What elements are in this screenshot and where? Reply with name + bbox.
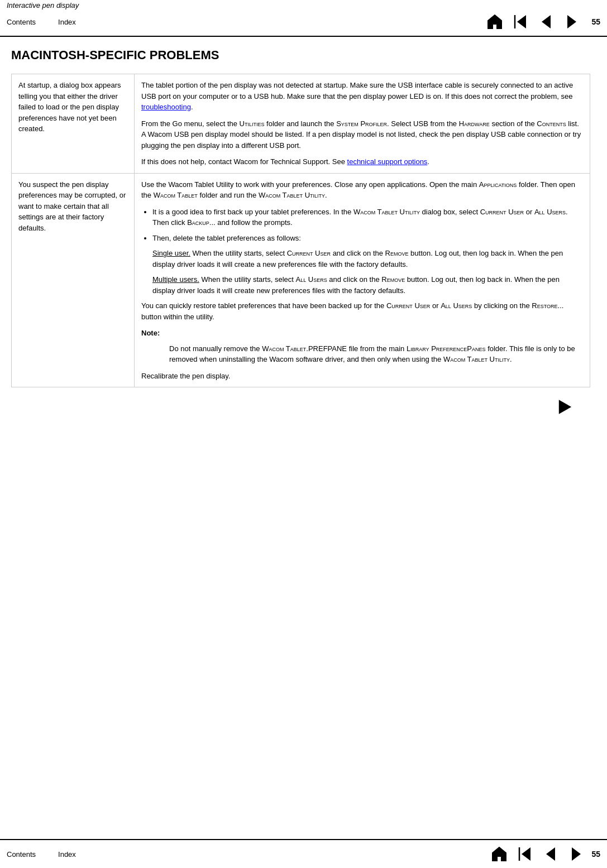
bottom-index-link[interactable]: Index: [58, 850, 76, 859]
home-button[interactable]: [484, 11, 505, 32]
bottom-navigation-bar: Contents Index: [0, 839, 607, 868]
svg-marker-3: [522, 847, 530, 861]
page-heading: MACINTOSH-SPECIFIC PROBLEMS: [11, 48, 590, 65]
problem-text-1: At startup, a dialog box appears telling…: [18, 81, 121, 133]
top-index-link[interactable]: Index: [58, 18, 76, 26]
svg-marker-5: [572, 847, 581, 861]
next-arrow-box: [11, 387, 590, 426]
table-row: At startup, a dialog box appears telling…: [12, 74, 590, 174]
bottom-next-page-button[interactable]: [566, 843, 587, 865]
bottom-nav-icons: 55: [489, 843, 600, 865]
svg-marker-4: [546, 847, 555, 861]
table-row: You suspect the pen display preferences …: [12, 173, 590, 387]
bottom-first-page-button[interactable]: [514, 843, 536, 865]
restore-text: You can quickly restore tablet preferenc…: [141, 301, 563, 321]
next-page-button[interactable]: [561, 11, 582, 32]
bullet-item-1: It is a good idea to first back up your …: [152, 207, 583, 228]
problem-cell-1: At startup, a dialog box appears telling…: [12, 74, 135, 174]
problem-cell-2: You suspect the pen display preferences …: [12, 173, 135, 387]
recalibrate-para: Recalibrate the pen display.: [141, 371, 583, 382]
troubleshooting-link[interactable]: troubleshooting: [141, 103, 191, 111]
bottom-contents-link[interactable]: Contents: [7, 850, 36, 859]
solution-para-3: If this does not help, contact Wacom for…: [141, 156, 583, 167]
solution-text-3a: If this does not help, contact Wacom for…: [141, 157, 347, 166]
solution-row2-p1: Use the Wacom Tablet Utility to work wit…: [141, 179, 583, 201]
solution-para-2: From the Go menu, select the Utilities f…: [141, 118, 583, 151]
problem-text-2: You suspect the pen display preferences …: [18, 180, 126, 232]
multiple-users-section: Multiple users. When the utility starts,…: [152, 274, 583, 296]
prev-page-button[interactable]: [536, 11, 557, 32]
solution-para-1: The tablet portion of the pen display wa…: [141, 80, 583, 113]
single-user-section: Single user. When the utility starts, se…: [152, 248, 583, 270]
main-content: MACINTOSH-SPECIFIC PROBLEMS At startup, …: [0, 37, 607, 438]
technical-support-link[interactable]: technical support options: [347, 157, 428, 166]
solution-row2-text1: Use the Wacom Tablet Utility to work wit…: [141, 180, 575, 200]
top-contents-link[interactable]: Contents: [7, 18, 36, 26]
bottom-page-number: 55: [591, 850, 600, 859]
note-text: Do not manually remove the Wacom Tablet.…: [169, 343, 583, 365]
solution-text-1a: The tablet portion of the pen display wa…: [141, 81, 573, 100]
solution-text-3b: .: [427, 157, 429, 166]
bullet-text-1: It is a good idea to first back up your …: [152, 208, 568, 227]
top-nav-left: Contents Index: [7, 18, 76, 26]
solution-bullets: It is a good idea to first back up your …: [152, 207, 583, 296]
solution-text-1b: .: [191, 103, 193, 111]
solution-cell-1: The tablet portion of the pen display wa…: [135, 74, 590, 174]
first-page-button[interactable]: [510, 11, 531, 32]
svg-marker-1: [559, 400, 571, 414]
multiple-users-label: Multiple users.: [152, 275, 199, 284]
note-label: Note:: [141, 329, 160, 337]
bullet-item-2: Then, delete the tablet preferences as f…: [152, 233, 583, 296]
app-title: Interactive pen display: [7, 1, 79, 9]
multiple-users-text: When the utility starts, select All User…: [152, 275, 560, 295]
solution-text-2: From the Go menu, select the Utilities f…: [141, 119, 581, 150]
bottom-home-button[interactable]: [489, 843, 510, 865]
bottom-prev-page-button[interactable]: [540, 843, 561, 865]
bullet-text-2-intro: Then, delete the tablet preferences as f…: [152, 234, 301, 242]
top-navigation-bar: Interactive pen display Contents Index: [0, 0, 607, 37]
problems-table: At startup, a dialog box appears telling…: [11, 74, 590, 387]
top-nav-icons: 55: [484, 11, 600, 32]
single-user-label: Single user.: [152, 249, 190, 257]
single-user-text: When the utility starts, select Current …: [152, 249, 563, 268]
bottom-nav-left: Contents Index: [7, 850, 76, 859]
top-page-number: 55: [591, 17, 600, 26]
next-arrow-button[interactable]: [551, 393, 579, 421]
restore-para: You can quickly restore tablet preferenc…: [141, 300, 583, 322]
solution-cell-2: Use the Wacom Tablet Utility to work wit…: [135, 173, 590, 387]
recalibrate-text: Recalibrate the pen display.: [141, 372, 230, 380]
note-para: Note: Do not manually remove the Wacom T…: [141, 328, 583, 365]
